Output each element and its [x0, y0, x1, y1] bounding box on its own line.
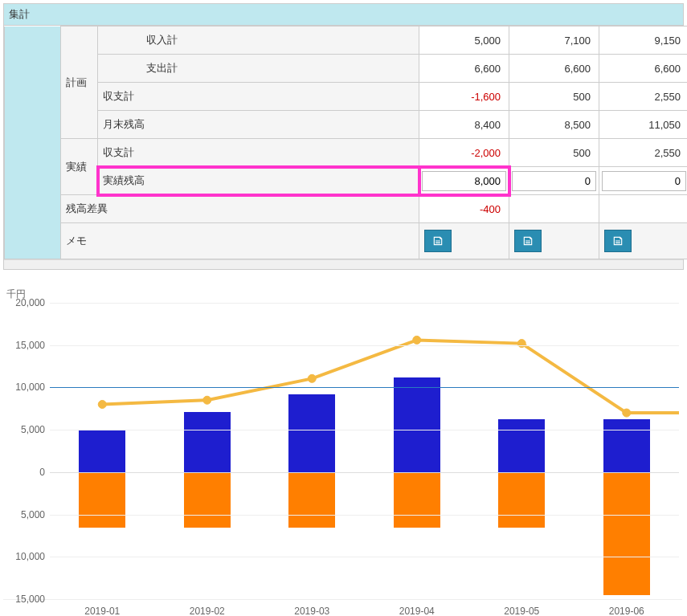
x-tick-label: 2019-06: [575, 606, 679, 616]
row-income-label: 収入計: [98, 27, 419, 55]
row-end-balance-label: 月末残高: [98, 111, 419, 139]
svg-point-5: [623, 409, 631, 417]
x-tick-label: 2019-05: [469, 606, 574, 616]
y-tick-label: 15,000: [3, 340, 45, 351]
y-tick-label: 10,000: [3, 381, 45, 393]
row-memo-label: メモ: [61, 223, 419, 259]
diff-c3: [599, 195, 688, 223]
chart-unit-label: 千円: [6, 288, 684, 301]
income-c2: 7,100: [509, 27, 599, 55]
actual-balance-input-c1[interactable]: [422, 171, 506, 191]
balance-actual-c2: 500: [509, 139, 599, 167]
actual-balance-c2-cell: [509, 167, 599, 195]
diff-c2: [509, 195, 599, 223]
x-tick-label: 2019-02: [155, 606, 260, 616]
x-tick-label: 2019-04: [365, 606, 469, 616]
summary-section: 集計 計画 収入計 5,000 7,100 9,150 支出計 6,600 6,…: [3, 3, 684, 270]
memo-button-c3[interactable]: [604, 230, 632, 252]
row-actual-balance-label: 実績残高: [98, 167, 419, 195]
svg-point-0: [98, 401, 106, 409]
y-tick-label: 0: [3, 467, 45, 478]
chart-line-series: [50, 303, 679, 599]
svg-point-2: [308, 374, 316, 382]
actual-balance-c1-cell: [419, 167, 509, 195]
chart-horizontal-reference-line: [50, 387, 679, 388]
summary-header: 集計: [4, 4, 683, 26]
memo-button-c1[interactable]: [424, 230, 452, 252]
balance-plan-c3: 2,550: [599, 83, 688, 111]
actual-balance-input-c3[interactable]: [602, 171, 686, 191]
row-expense-label: 支出計: [98, 55, 419, 83]
row-balance-actual-label: 収支計: [98, 139, 419, 167]
expense-c3: 6,600: [599, 55, 688, 83]
note-icon: [612, 235, 624, 247]
row-balance-plan-label: 収支計: [98, 83, 419, 111]
y-tick-label: 5,000: [3, 424, 45, 435]
note-icon: [522, 235, 534, 247]
y-tick-label: 10,000: [3, 551, 45, 562]
income-c1: 5,000: [419, 27, 509, 55]
svg-point-4: [517, 340, 525, 348]
expense-c2: 6,600: [509, 55, 599, 83]
group-plan: 計画: [61, 27, 98, 139]
x-tick-label: 2019-03: [260, 606, 364, 616]
end-balance-c3: 11,050: [599, 111, 688, 139]
actual-balance-input-c2[interactable]: [512, 171, 596, 191]
summary-table: 計画 収入計 5,000 7,100 9,150 支出計 6,600 6,600…: [4, 26, 687, 259]
end-balance-c2: 8,500: [509, 111, 599, 139]
chart-section: 千円 2019-012019-022019-032019-042019-0520…: [3, 288, 684, 616]
memo-button-c2[interactable]: [514, 230, 542, 252]
diff-c1: -400: [419, 195, 509, 223]
actual-balance-c3-cell: [599, 167, 688, 195]
group-actual: 実績: [61, 139, 98, 195]
y-tick-label: 5,000: [3, 509, 45, 520]
income-c3: 9,150: [599, 27, 688, 55]
expense-c1: 6,600: [419, 55, 509, 83]
note-icon: [432, 235, 444, 247]
balance-actual-c1: -2,000: [419, 139, 509, 167]
end-balance-c1: 8,400: [419, 111, 509, 139]
horizontal-scrollbar[interactable]: [4, 259, 683, 269]
y-tick-label: 15,000: [3, 594, 45, 605]
svg-point-3: [413, 336, 421, 344]
svg-point-1: [203, 396, 211, 404]
y-tick-label: 20,000: [3, 297, 45, 308]
x-tick-label: 2019-01: [50, 606, 154, 616]
balance-plan-c1: -1,600: [419, 83, 509, 111]
chart-plot: 2019-012019-022019-032019-042019-052019-…: [3, 303, 682, 600]
row-diff-label: 残高差異: [61, 195, 419, 223]
balance-actual-c3: 2,550: [599, 139, 688, 167]
balance-plan-c2: 500: [509, 83, 599, 111]
